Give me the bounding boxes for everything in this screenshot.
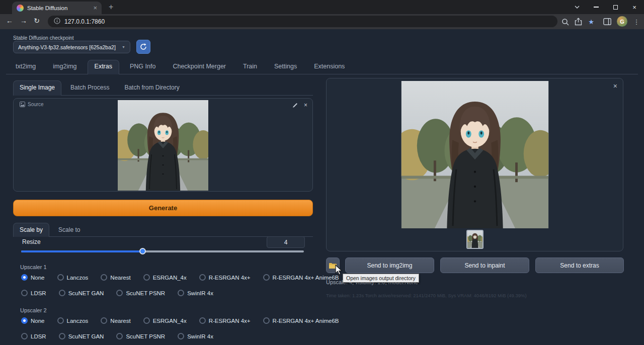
radio-r-esrgan-4x[interactable]: R-ESRGAN 4x+ [199,317,251,324]
radio-scunet-psnr[interactable]: ScuNET PSNR [116,290,165,296]
radio-icon [21,333,28,339]
radio-icon [143,317,150,324]
performance-info-text: Time taken: 1.23s Torch active/reserved:… [326,293,618,298]
radio-nearest[interactable]: Nearest [101,274,130,281]
slider-handle[interactable] [139,248,146,254]
tab-extensions[interactable]: Extensions [307,60,351,74]
send-to-img2img-button[interactable]: Send to img2img [345,257,434,273]
address-bar[interactable]: 127.0.0.1:7860 [48,16,557,27]
radio-r-esrgan-4x[interactable]: R-ESRGAN 4x+ [199,274,251,281]
resize-number-input[interactable]: 4 [267,236,305,248]
radio-label: Lanczos [67,275,89,281]
screen: Stable Diffusion × + × ← → ↻ 127.0.0.1:7… [0,0,644,345]
radio-esrgan-4x[interactable]: ESRGAN_4x [143,317,187,324]
window-maximize-button[interactable] [606,0,625,14]
send-to-inpaint-button[interactable]: Send to inpaint [440,257,529,273]
radio-swinir-4x[interactable]: SwinIR 4x [178,290,213,296]
radio-selected-icon [21,317,28,324]
gallery-thumbnail[interactable] [466,230,484,249]
radio-lanczos[interactable]: Lanczos [57,317,89,324]
new-tab-button[interactable]: + [109,2,113,12]
tab-extras[interactable]: Extras [88,60,119,74]
button-label: Send to extras [560,262,599,269]
radio-label: LDSR [31,290,46,296]
output-image[interactable] [401,81,548,228]
tab-txt2img[interactable]: txt2img [9,60,42,74]
refresh-checkpoint-button[interactable] [136,40,150,54]
radio-label: None [31,275,45,281]
upscaler2-label: Upscaler 2 [20,307,47,313]
button-label: Send to inpaint [464,262,505,269]
radio-icon [116,290,123,296]
tab-search-chevron-icon[interactable] [568,0,587,14]
checkpoint-value: Anything-V3-fp32.safetensors [625a2ba2] [18,44,116,50]
forward-button[interactable]: → [18,17,29,27]
gallery-close-icon[interactable]: × [613,82,617,90]
radio-icon [263,274,270,281]
button-label: Send to img2img [367,262,412,269]
radio-icon [199,274,206,281]
share-icon[interactable] [574,18,583,26]
scale-mode-tabs: Scale by Scale to [13,223,313,237]
tab-png-info[interactable]: PNG Info [123,60,162,74]
radio-label: Lanczos [67,318,89,324]
window-minimize-button[interactable] [587,0,606,14]
radio-icon [116,333,123,339]
radio-selected-icon [21,274,28,281]
radio-icon [101,317,107,324]
clear-image-icon[interactable]: × [304,102,307,109]
radio-swinir-4x[interactable]: SwinIR 4x [178,333,213,339]
tab-close-icon[interactable]: × [93,4,97,12]
tab-title: Stable Diffusion [27,5,90,11]
radio-icon [178,333,184,339]
tab-scale-by[interactable]: Scale by [13,223,49,237]
generate-button[interactable]: Generate [13,200,313,216]
window-close-button[interactable]: × [625,0,644,14]
upscaler2-options-row1: None Lanczos Nearest ESRGAN_4x R-ESRGAN … [21,317,339,324]
radio-lanczos[interactable]: Lanczos [57,274,89,281]
back-button[interactable]: ← [4,17,15,27]
upscaler1-label: Upscaler 1 [20,264,47,270]
radio-label: ScuNET PSNR [126,333,165,339]
tab-checkpoint-merger[interactable]: Checkpoint Merger [166,60,232,74]
source-image-dropzone[interactable]: Source × [13,98,313,192]
radio-icon [57,317,64,324]
tab-img2img[interactable]: img2img [46,60,83,74]
tab-scale-to[interactable]: Scale to [52,223,86,236]
radio-r-esrgan-anime6b[interactable]: R-ESRGAN 4x+ Anime6B [263,317,339,324]
output-gallery: × [326,78,623,251]
edit-pencil-icon[interactable] [292,103,298,108]
radio-scunet-gan[interactable]: ScuNET GAN [59,290,104,296]
site-info-icon[interactable] [54,17,60,26]
radio-scunet-psnr[interactable]: ScuNET PSNR [116,333,165,339]
tab-single-image[interactable]: Single Image [13,80,61,96]
side-panel-icon[interactable] [603,18,612,26]
radio-label: SwinIR 4x [187,290,213,296]
source-tools: × [292,102,307,109]
radio-esrgan-4x[interactable]: ESRGAN_4x [143,274,187,281]
radio-none[interactable]: None [21,317,45,324]
resize-slider[interactable] [21,248,304,254]
radio-scunet-gan[interactable]: ScuNET GAN [59,333,104,339]
bookmark-star-icon[interactable]: ★ [587,18,596,26]
browser-tab[interactable]: Stable Diffusion × [12,2,102,14]
tab-settings[interactable]: Settings [268,60,303,74]
radio-ldsr[interactable]: LDSR [21,333,46,339]
source-image [118,100,208,191]
radio-none[interactable]: None [21,274,45,281]
send-to-extras-button[interactable]: Send to extras [535,257,624,273]
image-icon [20,102,25,107]
tab-train[interactable]: Train [236,60,264,74]
tab-batch-from-directory[interactable]: Batch from Directory [118,80,185,95]
browser-menu-icon[interactable]: ⋮ [632,18,641,26]
reload-button[interactable]: ↻ [31,17,42,27]
zoom-icon[interactable] [560,18,570,26]
checkpoint-dropdown[interactable]: Anything-V3-fp32.safetensors [625a2ba2] … [13,41,130,53]
profile-avatar[interactable]: G [617,16,627,27]
radio-label: ESRGAN_4x [153,318,187,324]
radio-ldsr[interactable]: LDSR [21,290,46,296]
radio-nearest[interactable]: Nearest [101,317,130,324]
refresh-icon [140,43,147,50]
radio-icon [101,274,107,281]
tab-batch-process[interactable]: Batch Process [64,80,115,95]
